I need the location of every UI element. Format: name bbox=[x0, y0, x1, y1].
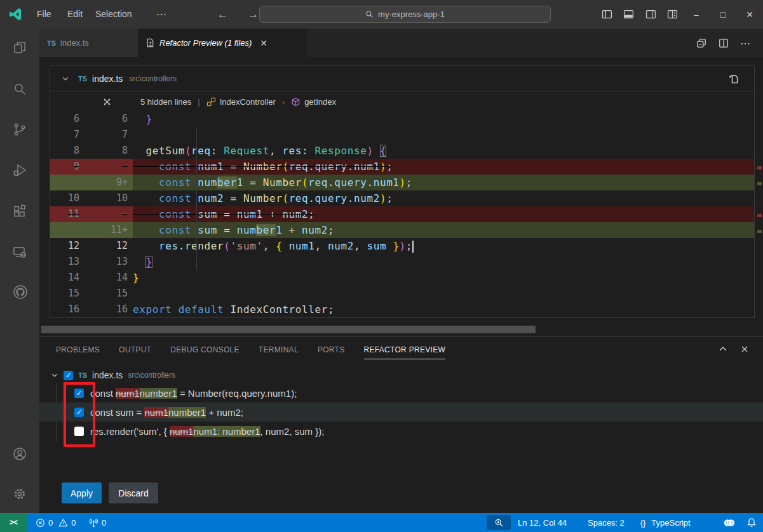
code-line[interactable]: 1212 res.render('sum', { num1, num2, sum… bbox=[50, 238, 754, 254]
chevron-down-icon[interactable] bbox=[62, 75, 69, 83]
search-sidebar-icon[interactable] bbox=[12, 81, 27, 96]
open-changes-icon[interactable] bbox=[696, 37, 707, 49]
diff-file-header[interactable]: TS index.ts src\controllers bbox=[50, 66, 754, 91]
refactor-change-row[interactable]: res.render('sum', { num1num1: number1, n… bbox=[39, 422, 763, 441]
ports-status[interactable]: 0 bbox=[89, 513, 106, 532]
line-number-original: 11 bbox=[50, 206, 79, 222]
overview-ruler-mark bbox=[757, 166, 762, 170]
run-debug-icon[interactable] bbox=[12, 163, 27, 178]
file-checkbox[interactable]: ✓ bbox=[64, 371, 73, 380]
open-file-icon[interactable] bbox=[727, 72, 740, 84]
code-line[interactable]: 9− const num1 = Number(req.query.num1); bbox=[50, 159, 754, 175]
file-label: index.ts bbox=[92, 370, 123, 380]
chevron-down-icon[interactable] bbox=[51, 371, 58, 379]
breadcrumb-sep-icon: › bbox=[282, 97, 285, 107]
code-line[interactable]: 1313 } bbox=[50, 254, 754, 270]
refactor-change-row[interactable]: ✓const sum = num1number1 + num2; bbox=[39, 402, 763, 422]
code-line[interactable]: 11− const sum = num1 + num2; bbox=[50, 206, 754, 222]
maximize-button[interactable]: □ bbox=[710, 0, 736, 29]
extensions-icon[interactable] bbox=[12, 204, 27, 219]
change-text: const sum = num1number1 + num2; bbox=[90, 407, 243, 418]
method-cube-icon bbox=[291, 97, 300, 107]
vscode-logo bbox=[8, 7, 23, 22]
menu-edit[interactable]: Edit bbox=[62, 0, 88, 29]
text-cursor bbox=[412, 241, 414, 253]
warning-count: 0 bbox=[71, 518, 76, 528]
tab-debug-console[interactable]: DEBUG CONSOLE bbox=[170, 340, 240, 359]
code-line[interactable]: 1010 const num2 = Number(req.query.num2)… bbox=[50, 190, 754, 206]
diff-file-block: TS index.ts src\controllers 5 hidden lin… bbox=[50, 65, 755, 318]
toggle-sidebar-icon[interactable] bbox=[602, 9, 612, 20]
split-editor-icon[interactable] bbox=[718, 37, 729, 49]
apply-button[interactable]: Apply bbox=[62, 482, 102, 503]
source-control-icon[interactable] bbox=[12, 122, 27, 137]
notifications-bell-icon[interactable] bbox=[746, 517, 757, 528]
breadcrumb-class[interactable]: IndexController bbox=[220, 97, 276, 107]
code-line[interactable]: 1616export default IndexController; bbox=[50, 302, 754, 317]
overview-ruler-mark bbox=[757, 182, 762, 185]
line-number-modified: 16 bbox=[79, 302, 128, 317]
code-line[interactable]: 66 } bbox=[50, 111, 754, 127]
settings-gear-icon[interactable] bbox=[12, 486, 27, 502]
more-menus-icon[interactable]: ⋯ bbox=[151, 0, 172, 29]
tab-close-icon[interactable]: ✕ bbox=[260, 38, 267, 48]
toggle-panel-icon[interactable] bbox=[623, 9, 634, 20]
explorer-icon[interactable] bbox=[12, 40, 27, 55]
tab-ports[interactable]: PORTS bbox=[318, 340, 345, 359]
command-center[interactable]: my-express-app-1 bbox=[259, 6, 551, 23]
breadcrumb-method[interactable]: getIndex bbox=[304, 97, 336, 107]
zoom-indicator[interactable] bbox=[487, 515, 511, 530]
close-button[interactable]: ✕ bbox=[736, 0, 763, 29]
ts-file-icon: TS bbox=[47, 39, 56, 47]
tab-refactor-preview[interactable]: Refactor Preview (1 files) ✕ bbox=[138, 29, 307, 57]
code-line[interactable]: 1515 bbox=[50, 286, 754, 302]
class-icon bbox=[206, 97, 216, 107]
remote-indicator[interactable]: >< bbox=[0, 513, 27, 532]
tab-output[interactable]: OUTPUT bbox=[119, 340, 151, 359]
line-number-modified: 13 bbox=[79, 254, 128, 270]
panel-close-icon[interactable] bbox=[739, 344, 750, 355]
overview-ruler-mark bbox=[757, 230, 762, 233]
language-label: TypeScript bbox=[651, 518, 690, 528]
line-number-original: 12 bbox=[50, 238, 79, 254]
tab-refactor-preview-panel[interactable]: REFACTOR PREVIEW bbox=[364, 340, 446, 359]
menu-selection[interactable]: Selection bbox=[90, 0, 137, 29]
code-line[interactable]: 11+ const sum = number1 + num2; bbox=[50, 222, 754, 238]
line-number-modified: − bbox=[79, 206, 128, 222]
hidden-lines-label[interactable]: 5 hidden lines bbox=[140, 97, 191, 107]
refactor-file-row[interactable]: ✓ TS index.ts src\controllers bbox=[51, 367, 175, 383]
customize-layout-icon[interactable] bbox=[667, 9, 678, 20]
code-line[interactable]: 9+ const number1 = Number(req.query.num1… bbox=[50, 175, 754, 190]
cursor-position[interactable]: Ln 12, Col 44 bbox=[518, 513, 567, 532]
discard-button[interactable]: Discard bbox=[109, 482, 158, 503]
diff-file-path: src\controllers bbox=[129, 74, 177, 83]
tab-label: Refactor Preview (1 files) bbox=[159, 38, 252, 48]
editor-more-actions-icon[interactable]: ⋯ bbox=[740, 37, 752, 49]
minimize-button[interactable]: – bbox=[683, 0, 710, 29]
problems-status[interactable]: 0 0 bbox=[36, 513, 76, 532]
panel-maximize-icon[interactable] bbox=[718, 344, 729, 355]
tab-index-ts[interactable]: TS index.ts bbox=[39, 29, 138, 57]
feedback-smiley-icon[interactable] bbox=[723, 517, 735, 528]
toggle-secondary-sidebar-icon[interactable] bbox=[645, 9, 656, 20]
ts-file-icon: TS bbox=[78, 75, 87, 83]
code-line[interactable]: 88 getSum(req: Request, res: Response) { bbox=[50, 143, 754, 159]
refactor-change-row[interactable]: ✓const num1number1 = Number(req.query.nu… bbox=[39, 383, 763, 402]
github-icon[interactable] bbox=[12, 284, 27, 299]
code-line[interactable]: 1414} bbox=[50, 270, 754, 286]
unfold-icon[interactable] bbox=[102, 97, 112, 107]
tab-terminal[interactable]: TERMINAL bbox=[259, 340, 299, 359]
accounts-icon[interactable] bbox=[12, 446, 27, 462]
indentation-status[interactable]: Spaces: 2 bbox=[588, 513, 625, 532]
navigate-back-icon[interactable]: ← bbox=[212, 0, 233, 29]
tab-problems[interactable]: PROBLEMS bbox=[56, 340, 100, 359]
language-mode[interactable]: { } TypeScript bbox=[640, 513, 691, 532]
horizontal-scrollbar[interactable] bbox=[41, 326, 536, 333]
change-text: const num1number1 = Number(req.query.num… bbox=[90, 388, 297, 399]
overview-ruler-mark bbox=[757, 214, 762, 217]
remote-explorer-icon[interactable] bbox=[12, 244, 27, 260]
code-line[interactable]: 77 bbox=[50, 127, 754, 143]
radio-tower-icon bbox=[89, 518, 98, 528]
menu-file[interactable]: File bbox=[32, 0, 57, 29]
file-path: src\controllers bbox=[128, 371, 175, 380]
